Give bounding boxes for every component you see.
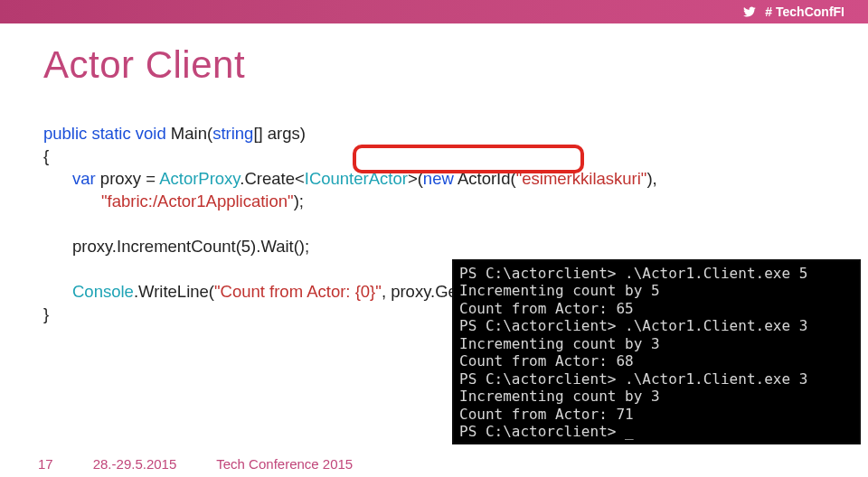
code-brace: } [43, 304, 49, 323]
code-text: [] args) [253, 124, 306, 143]
code-kw: public static void [43, 124, 166, 143]
code-string: "esimerkkilaskuri" [516, 169, 647, 188]
twitter-icon [741, 5, 758, 18]
code-kw: string [212, 124, 253, 143]
code-text: proxy = [96, 169, 159, 188]
code-text: .Create< [240, 169, 304, 188]
console-line: PS C:\actorclient> .\Actor1.Client.exe 5 [459, 265, 854, 283]
footer-dates: 28.-29.5.2015 [93, 456, 177, 472]
console-line: PS C:\actorclient> .\Actor1.Client.exe 3 [459, 317, 854, 335]
page-number: 17 [38, 456, 53, 472]
code-type: ActorProxy [159, 169, 240, 188]
footer: 17 28.-29.5.2015 Tech Conference 2015 [0, 450, 868, 477]
console-line: Incrementing count by 5 [459, 282, 854, 300]
slide-title: Actor Client [43, 43, 825, 87]
code-kw: var [72, 169, 96, 188]
header-band: # TechConfFI [0, 0, 868, 23]
code-kw: new [423, 169, 454, 188]
code-text: ); [294, 192, 304, 210]
code-type: Console [72, 282, 134, 301]
console-line: Count from Actor: 71 [459, 406, 854, 424]
console-line: Incrementing count by 3 [459, 335, 854, 353]
code-text: >( [408, 169, 423, 188]
console-line: Incrementing count by 3 [459, 388, 854, 406]
console-line: Count from Actor: 65 [459, 300, 854, 318]
code-text: Main( [166, 124, 212, 143]
slide-body: Actor Client public static void Main(str… [0, 23, 868, 450]
code-text: ), [646, 169, 656, 188]
code-type: ICounterActor [305, 169, 408, 188]
code-brace: { [43, 146, 49, 165]
footer-conference: Tech Conference 2015 [216, 456, 353, 472]
console-output: PS C:\actorclient> .\Actor1.Client.exe 5… [452, 259, 861, 444]
code-string: "fabric:/Actor1Application" [101, 192, 294, 210]
console-line: PS C:\actorclient> .\Actor1.Client.exe 3 [459, 370, 854, 388]
code-text: .WriteLine( [134, 282, 214, 301]
console-line: Count from Actor: 68 [459, 352, 854, 370]
code-string: "Count from Actor: {0}" [214, 282, 382, 301]
console-line: PS C:\actorclient> _ [459, 423, 854, 441]
code-text: proxy.IncrementCount(5).Wait(); [72, 237, 309, 256]
hashtag-label: # TechConfFI [765, 5, 844, 19]
code-text: ActorId( [454, 169, 516, 188]
